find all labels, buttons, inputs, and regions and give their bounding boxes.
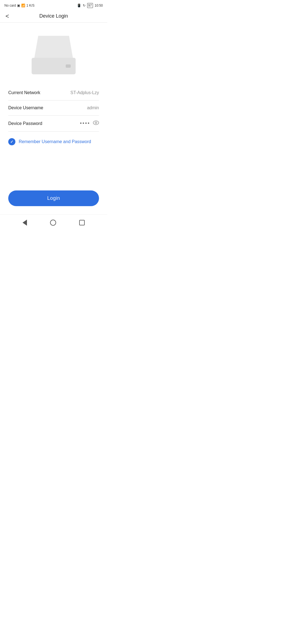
device-led: [66, 64, 71, 68]
no-card-text: No card: [4, 4, 16, 7]
password-input[interactable]: [71, 121, 90, 126]
current-network-label: Current Network: [8, 90, 40, 95]
sim-icon: ▣: [17, 4, 20, 7]
nav-back-button[interactable]: [21, 219, 28, 227]
device-password-label: Device Password: [8, 121, 42, 126]
device-password-row: Device Password: [8, 116, 99, 132]
login-btn-area: Login: [0, 185, 107, 214]
recent-square-icon: [79, 220, 85, 225]
time-display: 10:50: [95, 4, 103, 7]
status-right: 📳 ↻ 97 10:50: [77, 3, 103, 8]
current-network-value: ST-Adplus-Lzy: [70, 90, 99, 95]
remember-checkbox[interactable]: ✓: [8, 138, 15, 145]
login-button[interactable]: Login: [8, 190, 99, 206]
device-top-part: [34, 36, 73, 58]
home-circle-icon: [50, 220, 56, 226]
sync-icon: ↻: [83, 4, 86, 7]
svg-point-1: [95, 122, 97, 124]
remember-label: Remember Username and Password: [19, 139, 91, 144]
nav-recent-button[interactable]: [78, 219, 86, 227]
battery-icon: 97: [87, 3, 93, 8]
device-illustration: [32, 36, 76, 74]
back-button[interactable]: <: [6, 13, 9, 19]
username-input[interactable]: [55, 105, 99, 110]
nav-home-button[interactable]: [49, 219, 57, 227]
device-username-label: Device Username: [8, 105, 43, 110]
current-network-row: Current Network ST-Adplus-Lzy: [8, 85, 99, 100]
svg-point-0: [93, 121, 99, 125]
vibrate-icon: 📳: [77, 4, 81, 7]
eye-toggle-icon[interactable]: [93, 121, 99, 126]
device-bottom-part: [32, 58, 76, 74]
status-bar: No card ▣ 📶 1 K/S 📳 ↻ 97 10:50: [0, 0, 107, 10]
remember-row[interactable]: ✓ Remember Username and Password: [8, 132, 99, 152]
form-area: Current Network ST-Adplus-Lzy Device Use…: [0, 85, 107, 168]
bottom-nav: [0, 214, 107, 232]
device-icon-area: [0, 23, 107, 85]
header: < Device Login: [0, 10, 107, 23]
device-username-row: Device Username: [8, 100, 99, 116]
check-icon: ✓: [10, 140, 13, 144]
status-left: No card ▣ 📶 1 K/S: [4, 4, 34, 7]
wifi-icon: 📶: [21, 4, 25, 7]
back-triangle-icon: [23, 220, 27, 226]
password-right: [71, 121, 99, 126]
page-title: Device Login: [39, 13, 68, 19]
speed-text: 1 K/S: [26, 4, 34, 7]
